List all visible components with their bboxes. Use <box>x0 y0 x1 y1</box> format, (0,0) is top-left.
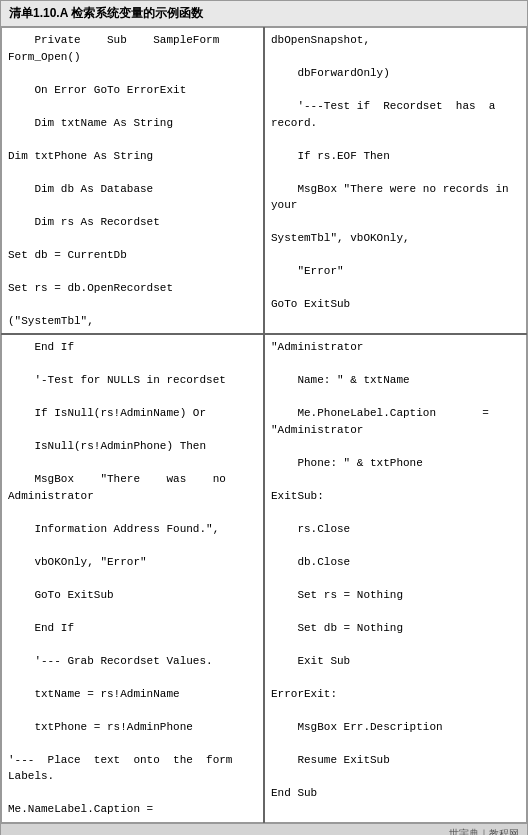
footer-bar: 世宇典｜教程网 <box>1 823 527 836</box>
code-left-0: Private Sub SampleForm Form_Open() On Er… <box>2 28 265 335</box>
code-left-1: End If '-Test for NULLS in recordset If … <box>2 334 265 822</box>
main-container: 清单1.10.A 检索系统变量的示例函数 Private Sub SampleF… <box>0 0 528 835</box>
code-right-1: "Administrator Name: " & txtName Me.Phon… <box>264 334 527 822</box>
code-right-0: dbOpenSnapshot, dbForwardOnly) '---Test … <box>264 28 527 335</box>
header-title: 清单1.10.A 检索系统变量的示例函数 <box>1 1 527 27</box>
code-table: Private Sub SampleForm Form_Open() On Er… <box>1 27 527 823</box>
